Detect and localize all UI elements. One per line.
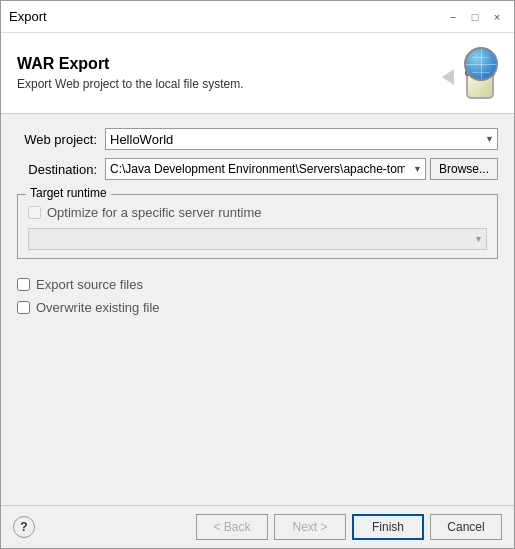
- optimize-label[interactable]: Optimize for a specific server runtime: [47, 205, 262, 220]
- destination-row: Destination: C:\Java Development Environ…: [17, 158, 498, 180]
- export-source-label[interactable]: Export source files: [36, 277, 143, 292]
- header-icon-area: [442, 45, 498, 101]
- dialog-subtitle: Export Web project to the local file sys…: [17, 77, 442, 91]
- web-project-control: HelloWorld: [105, 128, 498, 150]
- web-project-row: Web project: HelloWorld: [17, 128, 498, 150]
- minimize-button[interactable]: −: [444, 8, 462, 26]
- title-bar-left: Export: [9, 9, 47, 24]
- export-source-checkbox[interactable]: [17, 278, 30, 291]
- runtime-select-container: [28, 228, 487, 250]
- web-project-select-container[interactable]: HelloWorld: [105, 128, 498, 150]
- target-runtime-group: Target runtime Optimize for a specific s…: [17, 194, 498, 259]
- cancel-button[interactable]: Cancel: [430, 514, 502, 540]
- war-export-icon: [442, 45, 498, 101]
- target-runtime-legend: Target runtime: [26, 186, 111, 200]
- title-bar-controls: − □ ×: [444, 8, 506, 26]
- restore-button[interactable]: □: [466, 8, 484, 26]
- checkboxes-section: Export source files Overwrite existing f…: [17, 275, 498, 317]
- destination-select[interactable]: C:\Java Development Environment\Servers\…: [105, 158, 426, 180]
- header-text: WAR Export Export Web project to the loc…: [17, 55, 442, 91]
- destination-label: Destination:: [17, 162, 97, 177]
- dialog-title: WAR Export: [17, 55, 442, 73]
- globe-line-v: [481, 49, 482, 79]
- overwrite-row: Overwrite existing file: [17, 298, 498, 317]
- header-section: WAR Export Export Web project to the loc…: [1, 33, 514, 114]
- globe-line-h3: [472, 72, 490, 73]
- content-area: Web project: HelloWorld Destination: C:\…: [1, 114, 514, 505]
- destination-select-container[interactable]: C:\Java Development Environment\Servers\…: [105, 158, 426, 180]
- overwrite-label[interactable]: Overwrite existing file: [36, 300, 160, 315]
- destination-control: C:\Java Development Environment\Servers\…: [105, 158, 498, 180]
- title-bar: Export − □ ×: [1, 1, 514, 33]
- overwrite-checkbox[interactable]: [17, 301, 30, 314]
- window-title: Export: [9, 9, 47, 24]
- help-button[interactable]: ?: [13, 516, 35, 538]
- optimize-checkbox-row: Optimize for a specific server runtime: [28, 203, 487, 222]
- optimize-checkbox[interactable]: [28, 206, 41, 219]
- footer-right: < Back Next > Finish Cancel: [196, 514, 502, 540]
- footer-left: ?: [13, 516, 35, 538]
- web-project-select[interactable]: HelloWorld: [105, 128, 498, 150]
- close-button[interactable]: ×: [488, 8, 506, 26]
- export-source-row: Export source files: [17, 275, 498, 294]
- globe-icon: [464, 47, 498, 81]
- finish-button[interactable]: Finish: [352, 514, 424, 540]
- browse-button[interactable]: Browse...: [430, 158, 498, 180]
- next-button[interactable]: Next >: [274, 514, 346, 540]
- content-spacer: [17, 325, 498, 491]
- export-dialog: Export − □ × WAR Export Export Web proje…: [0, 0, 515, 549]
- arrow-decoration-icon: [442, 69, 454, 85]
- globe-line-h2: [472, 57, 490, 58]
- runtime-select[interactable]: [28, 228, 487, 250]
- back-button[interactable]: < Back: [196, 514, 268, 540]
- dialog-footer: ? < Back Next > Finish Cancel: [1, 505, 514, 548]
- web-project-label: Web project:: [17, 132, 97, 147]
